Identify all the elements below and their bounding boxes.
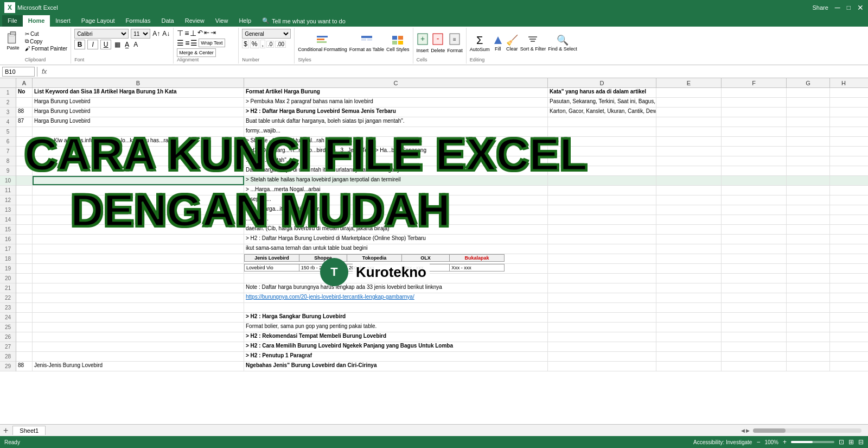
cell-f14[interactable] <box>722 215 787 224</box>
cell-a2[interactable] <box>16 98 33 107</box>
cell-g22[interactable] <box>787 293 830 302</box>
format-painter-button[interactable]: 🖌Format Painter <box>25 46 67 52</box>
view-normal-btn[interactable]: ⊡ <box>839 438 844 446</box>
scroll-left-btn[interactable]: ◀ <box>741 428 745 433</box>
cell-b3[interactable]: Harga Burung Lovebird <box>33 108 244 117</box>
cell-g14[interactable] <box>787 215 830 224</box>
cell-e16[interactable] <box>656 235 722 244</box>
cell-c12[interactable]: ...seperti... <box>244 195 548 205</box>
cell-f9[interactable] <box>722 166 787 175</box>
indent-decrease-btn[interactable]: ⇤ <box>204 29 209 37</box>
cell-a17[interactable] <box>16 244 33 254</box>
cell-a7[interactable] <box>16 147 33 156</box>
tab-file[interactable]: File <box>2 15 23 27</box>
cell-a1[interactable]: No <box>16 88 33 97</box>
cell-e8[interactable] <box>656 156 722 166</box>
view-layout-btn[interactable]: ⊞ <box>848 438 854 446</box>
cell-h21[interactable] <box>830 283 857 293</box>
cell-e4[interactable] <box>656 117 722 127</box>
row-num-1[interactable]: 1 <box>0 88 16 98</box>
cell-e19[interactable] <box>656 264 722 273</box>
cell-e10[interactable] <box>656 176 722 185</box>
cell-e6[interactable] <box>656 137 722 146</box>
col-header-g[interactable]: G <box>787 78 830 87</box>
row-num-27[interactable]: 27 <box>0 342 16 352</box>
cell-c26[interactable]: > H2 : Rekomendasi Tempat Membeli Burung… <box>244 332 548 342</box>
cell-g21[interactable] <box>787 283 830 293</box>
cell-f6[interactable] <box>722 137 787 146</box>
cell-f19[interactable] <box>722 264 787 273</box>
cell-g1[interactable] <box>787 88 830 97</box>
text-direction-btn[interactable]: ↶ <box>197 29 203 37</box>
cell-styles-btn[interactable]: Cell Styles <box>386 34 410 52</box>
cell-c22[interactable]: https://burungnya.com/20-jenis-lovebird-… <box>244 293 548 302</box>
cell-f3[interactable] <box>722 108 787 117</box>
cell-d17[interactable] <box>548 244 656 254</box>
cell-a12[interactable] <box>16 195 33 205</box>
cell-a29[interactable]: 88 <box>16 362 33 371</box>
increase-font-btn[interactable]: A↑ <box>152 30 160 37</box>
insert-button[interactable]: + Insert <box>417 33 429 53</box>
cell-b1[interactable]: List Keyword dan Sisa 18 Artikel Harga B… <box>33 88 244 97</box>
cell-d22[interactable] <box>548 293 656 302</box>
cell-a19[interactable] <box>16 264 33 273</box>
cell-b18[interactable] <box>33 254 244 263</box>
align-right-btn[interactable]: ☰ <box>190 39 197 47</box>
copy-button[interactable]: ⧉Copy <box>25 38 67 45</box>
cell-b4[interactable]: Harga Burung Lovebird <box>33 117 244 127</box>
cell-d4[interactable] <box>548 117 656 127</box>
cell-h10[interactable] <box>830 176 857 185</box>
tab-page-layout[interactable]: Page Layout <box>76 15 120 27</box>
cell-h11[interactable] <box>830 186 857 195</box>
cell-g12[interactable] <box>787 195 830 205</box>
cell-c3[interactable]: > H2 : Daftar Harga Burung Lovebird Semu… <box>244 108 548 117</box>
sheet-tab-sheet1[interactable]: Sheet1 <box>12 426 46 435</box>
paste-button[interactable]: Paste <box>3 29 23 52</box>
col-header-h[interactable]: H <box>830 78 857 87</box>
cell-g15[interactable] <box>787 225 830 234</box>
row-num-29[interactable]: 29 <box>0 362 16 371</box>
row-num-11[interactable]: 11 <box>0 186 16 195</box>
cell-d15[interactable] <box>548 225 656 234</box>
cell-g17[interactable] <box>787 244 830 254</box>
cell-b21[interactable] <box>33 283 244 293</box>
cell-b8[interactable] <box>33 156 244 166</box>
cell-h2[interactable] <box>830 98 857 107</box>
cell-f22[interactable] <box>722 293 787 302</box>
row-num-28[interactable]: 28 <box>0 352 16 362</box>
fill-color-btn[interactable]: A̲ <box>124 41 130 48</box>
cell-f7[interactable] <box>722 147 787 156</box>
cell-h4[interactable] <box>830 117 857 127</box>
cell-c17[interactable]: ikut sama-sama ternah dan untuk table bu… <box>244 244 548 254</box>
cell-d18[interactable] <box>548 254 656 263</box>
cell-f1[interactable] <box>722 88 787 97</box>
col-header-d[interactable]: D <box>548 78 656 87</box>
cell-c18[interactable]: Jenis Lovebird Shopee Tokopedia OLX Buka… <box>244 254 548 263</box>
cell-d12[interactable] <box>548 195 656 205</box>
col-header-b[interactable]: B <box>33 78 244 87</box>
increase-decimal-btn[interactable]: .0 <box>266 41 274 48</box>
autosum-button[interactable]: Σ AutoSum <box>470 34 490 52</box>
cell-c19[interactable]: Lovebird Vio 150 rb - 200 rb 200 rb - xx… <box>244 264 548 273</box>
font-color-btn[interactable]: A <box>132 41 139 48</box>
italic-button[interactable]: I <box>87 40 98 49</box>
cell-c4[interactable]: Buat table untuk daftar harganya, boleh … <box>244 117 548 127</box>
cell-f16[interactable] <box>722 235 787 244</box>
tab-view[interactable]: View <box>210 15 234 27</box>
cell-h3[interactable] <box>830 108 857 117</box>
cell-a5[interactable] <box>16 127 33 136</box>
cell-f12[interactable] <box>722 195 787 205</box>
format-button[interactable]: ≡ Format <box>447 33 463 53</box>
cell-b13[interactable] <box>33 205 244 214</box>
cell-b16[interactable] <box>33 235 244 244</box>
cell-h5[interactable] <box>830 127 857 136</box>
cell-d3[interactable]: Karton, Gacor, Kanslet, Ukuran, Cantik, … <box>548 108 656 117</box>
cell-e22[interactable] <box>656 293 722 302</box>
cell-c27[interactable]: > H2 : Cara Memilih Burung Lovebird Ngek… <box>244 342 548 351</box>
tab-home[interactable]: Home <box>23 15 50 27</box>
cell-c7[interactable]: > H2 : Da...Harg...Ti...ng Lo...bird...k… <box>244 147 548 156</box>
cell-b5[interactable] <box>33 127 244 136</box>
cell-a13[interactable] <box>16 205 33 214</box>
cell-a8[interactable] <box>16 156 33 166</box>
tab-insert[interactable]: Insert <box>50 15 76 27</box>
